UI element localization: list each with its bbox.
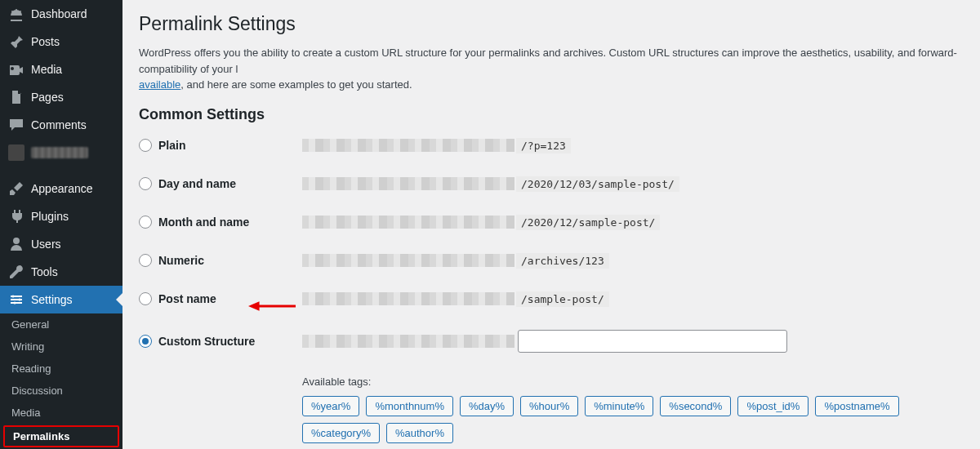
redacted-domain [302, 177, 514, 190]
plug-icon [8, 208, 24, 224]
permalink-option-row: Custom Structure [139, 330, 964, 353]
sidebar-item-media[interactable]: Media [0, 56, 122, 83]
submenu-permalinks[interactable]: Permalinks [3, 425, 119, 447]
radio-label: Month and name [158, 216, 249, 229]
permalink-option-row: Month and name/2020/12/sample-post/ [139, 215, 964, 230]
permalink-option-row: Numeric/archives/123 [139, 253, 964, 269]
radio-label: Numeric [158, 254, 204, 267]
radio-label: Custom Structure [158, 335, 255, 348]
tag-button[interactable]: %minute% [585, 396, 653, 416]
pin-icon [8, 33, 24, 50]
sidebar-item-tools[interactable]: Tools [0, 258, 122, 286]
sample-url: /2020/12/sample-post/ [302, 215, 660, 230]
user-icon [8, 236, 24, 252]
sidebar-item-label: Posts [31, 35, 60, 48]
sidebar-item-comments[interactable]: Comments [0, 111, 122, 139]
permalink-option-row: Day and name/2020/12/03/sample-post/ [139, 176, 964, 192]
sidebar-item-appearance[interactable]: Appearance [0, 175, 122, 202]
sidebar-item-label: Dashboard [31, 7, 87, 20]
sample-path: /?p=123 [516, 138, 571, 153]
svg-point-2 [14, 302, 16, 305]
desc-text: WordPress offers you the ability to crea… [139, 47, 957, 75]
radio-day-and-name[interactable] [139, 177, 152, 190]
tag-button[interactable]: %hour% [520, 396, 578, 416]
redacted-domain [302, 335, 514, 348]
sample-path: /sample-post/ [516, 291, 609, 307]
tag-button[interactable]: %day% [460, 396, 514, 416]
main-content: Permalink Settings WordPress offers you … [122, 0, 980, 449]
sidebar-item-settings[interactable]: Settings [0, 286, 122, 313]
custom-structure-input[interactable] [518, 330, 787, 353]
redacted-domain [302, 216, 514, 229]
svg-point-0 [12, 296, 15, 298]
tag-button[interactable]: %year% [302, 396, 359, 416]
redacted-domain [302, 139, 514, 152]
redacted-domain [302, 254, 514, 267]
sample-url: /2020/12/03/sample-post/ [302, 176, 679, 192]
svg-point-1 [19, 299, 21, 301]
sample-url: /sample-post/ [302, 291, 609, 307]
radio-label: Plain [158, 139, 185, 152]
permalink-option-row: Post name/sample-post/ [139, 291, 964, 307]
tag-button[interactable]: %author% [386, 423, 453, 443]
sidebar-item-pages[interactable]: Pages [0, 83, 122, 111]
sidebar-item-posts[interactable]: Posts [0, 28, 122, 56]
redacted-domain [302, 292, 514, 305]
radio-numeric[interactable] [139, 254, 152, 267]
settings-icon [8, 291, 24, 308]
sidebar-item-label: Plugins [31, 210, 69, 223]
tag-button[interactable]: %category% [302, 423, 380, 443]
sidebar-user-row[interactable] [0, 139, 122, 167]
submenu-reading[interactable]: Reading [0, 358, 122, 380]
sidebar-item-label: Settings [31, 293, 73, 306]
sidebar-item-label: Comments [31, 118, 87, 131]
radio-custom-structure[interactable] [139, 335, 152, 348]
comment-icon [8, 117, 24, 133]
submenu-writing[interactable]: Writing [0, 336, 122, 358]
sample-path: /archives/123 [516, 253, 609, 269]
desc-text-after: , and here are some examples to get you … [180, 78, 412, 91]
page-title: Permalink Settings [139, 13, 964, 35]
page-description: WordPress offers you the ability to crea… [139, 45, 964, 93]
tag-button[interactable]: %monthnum% [366, 396, 453, 416]
wrench-icon [8, 264, 24, 280]
available-tags-label: Available tags: [302, 376, 964, 388]
sidebar-item-users[interactable]: Users [0, 230, 122, 258]
common-settings-heading: Common Settings [139, 106, 964, 123]
available-tags: %year%%monthnum%%day%%hour%%minute%%seco… [302, 396, 964, 443]
admin-sidebar: Dashboard Posts Media Pages Comments App… [0, 0, 122, 449]
media-icon [8, 61, 24, 78]
sidebar-item-dashboard[interactable]: Dashboard [0, 0, 122, 28]
sample-url: /archives/123 [302, 253, 609, 269]
radio-month-and-name[interactable] [139, 216, 152, 229]
submenu-discussion[interactable]: Discussion [0, 380, 122, 402]
sample-url [302, 330, 787, 353]
radio-label: Day and name [158, 177, 236, 190]
radio-post-name[interactable] [139, 292, 152, 305]
avatar [8, 144, 24, 161]
permalink-option-row: Plain/?p=123 [139, 138, 964, 153]
radio-label: Post name [158, 292, 216, 305]
tag-button[interactable]: %second% [660, 396, 731, 416]
tag-button[interactable]: %post_id% [737, 396, 808, 416]
settings-submenu: General Writing Reading Discussion Media… [0, 313, 122, 449]
tag-button[interactable]: %postname% [815, 396, 898, 416]
redacted-username [31, 147, 88, 158]
brush-icon [8, 180, 24, 197]
radio-plain[interactable] [139, 139, 152, 152]
page-icon [8, 89, 24, 105]
sidebar-item-label: Pages [31, 91, 64, 104]
sidebar-item-label: Media [31, 63, 62, 76]
submenu-general[interactable]: General [0, 313, 122, 336]
sidebar-item-label: Users [31, 238, 61, 251]
submenu-media[interactable]: Media [0, 402, 122, 424]
dashboard-icon [8, 6, 24, 22]
sidebar-item-label: Tools [31, 265, 58, 278]
sample-path: /2020/12/sample-post/ [516, 215, 660, 230]
sample-path: /2020/12/03/sample-post/ [516, 176, 679, 192]
sidebar-item-label: Appearance [31, 182, 93, 195]
desc-link[interactable]: available [139, 78, 180, 91]
sample-url: /?p=123 [302, 138, 571, 153]
sidebar-item-plugins[interactable]: Plugins [0, 202, 122, 230]
